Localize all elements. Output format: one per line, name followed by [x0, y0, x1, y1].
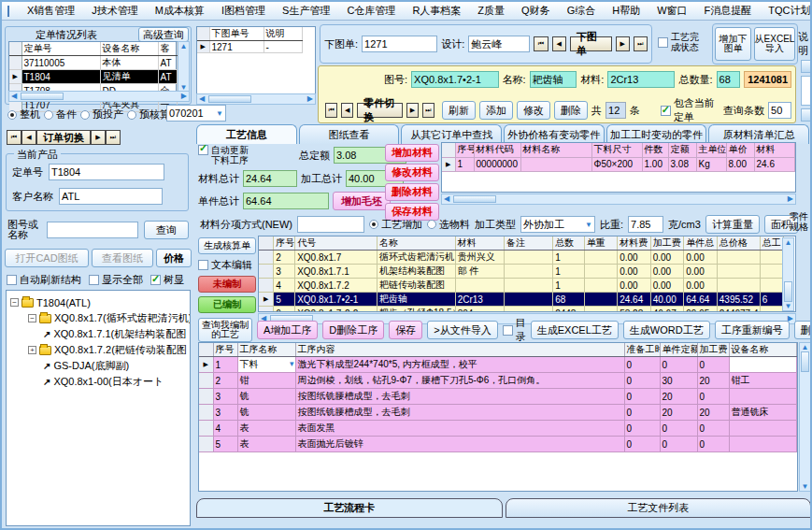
- price-button[interactable]: 价格: [156, 249, 192, 267]
- radio-craft-add[interactable]: 工艺增加: [369, 218, 422, 232]
- designer-input[interactable]: 鲍云峰: [468, 36, 530, 52]
- delete-button[interactable]: 删除: [554, 101, 588, 120]
- import-from-file-button[interactable]: >从文件导入: [427, 321, 497, 339]
- auto-update-cutting-checkbox[interactable]: 自动更新下料工序: [198, 145, 278, 165]
- tab[interactable]: 工艺信息: [196, 124, 297, 144]
- tree-item[interactable]: ↗ XQ0.8x1.7.1(机架结构装配图: [10, 326, 190, 342]
- delete-material-button[interactable]: 删除材料: [385, 183, 439, 201]
- table-row[interactable]: 2钳周边倒棱，划线，钻孔9-Φ7，腰槽下刀孔5-Φ6，孔口倒角。03020钳工: [199, 373, 797, 389]
- first-sheet-button[interactable]: ⏮: [534, 36, 548, 51]
- prev-part-button[interactable]: ◀: [341, 103, 353, 118]
- drawing-no-input[interactable]: [47, 222, 138, 238]
- menu-item[interactable]: H帮助: [604, 4, 648, 18]
- import-excel-button[interactable]: 从EXCEL导入: [754, 27, 795, 61]
- menu-item[interactable]: TQC计划: [760, 4, 812, 18]
- show-all-checkbox[interactable]: 显示全部: [89, 273, 143, 287]
- first-part-button[interactable]: ⏮: [325, 103, 337, 118]
- table-row[interactable]: 6XQ0.8x1.7•2-2耙齿（孔径Φ18.5）304244853.2846.…: [259, 307, 784, 313]
- next-order-button[interactable]: ▶: [91, 130, 106, 145]
- include-current-order-checkbox[interactable]: 包含当前定单: [661, 96, 719, 124]
- radio-select-material[interactable]: 选物料: [427, 218, 470, 232]
- sheet-no-input[interactable]: 1271: [362, 36, 437, 52]
- last-order-button[interactable]: ⏭: [106, 130, 121, 145]
- prev-order-button[interactable]: ◀: [21, 130, 36, 145]
- tree-item[interactable]: − XQ0.8x1.7(循环式齿耙清污机)[: [10, 310, 190, 326]
- text-edit-checkbox[interactable]: 文本编辑: [198, 258, 256, 272]
- delete-empty-operations-button[interactable]: 删除空工序: [794, 321, 812, 339]
- collapse-icon[interactable]: −: [28, 314, 36, 322]
- query-button[interactable]: 查询: [144, 221, 189, 239]
- tree-view-checkbox[interactable]: 树显: [150, 273, 184, 287]
- add-sheet-button[interactable]: 增加下图单: [715, 27, 751, 61]
- order-table-vertical-scrollbar[interactable]: ▲▼: [178, 41, 190, 93]
- last-sheet-button[interactable]: ⏭: [634, 36, 648, 51]
- tab[interactable]: 加工工时变动的零件: [606, 124, 707, 144]
- table-row[interactable]: ▶1271-: [197, 41, 302, 53]
- menu-item[interactable]: W窗口: [648, 4, 695, 18]
- table-row[interactable]: 5表表面抛光后镀锌000: [199, 437, 797, 452]
- generate-word-button[interactable]: 生成WORD工艺: [623, 321, 710, 339]
- menu-item[interactable]: X销售管理: [19, 4, 83, 18]
- material-field[interactable]: 2Cr13: [607, 71, 675, 88]
- menu-item[interactable]: I图档管理: [213, 4, 274, 18]
- table-row[interactable]: ▶100000000Φ50×2001.003.08Kg8.0024.6: [442, 157, 795, 171]
- menu-item[interactable]: M成本核算: [147, 4, 213, 18]
- menu-item[interactable]: C仓库管理: [338, 4, 404, 18]
- tab[interactable]: 原材料清单汇总: [708, 124, 809, 144]
- directory-checkbox[interactable]: 目录: [503, 316, 526, 344]
- calc-weight-button[interactable]: 计算重量: [705, 215, 760, 234]
- tab[interactable]: 图纸查看: [299, 124, 400, 144]
- first-order-button[interactable]: ⏮: [7, 130, 21, 145]
- save-button[interactable]: 保存: [389, 321, 422, 339]
- radio-spare-parts[interactable]: 备件: [44, 107, 77, 122]
- table-row[interactable]: 4XQ0.8x1.7.2耙链传动装配图10.000.000.00: [259, 279, 784, 293]
- table-row[interactable]: ▶T1804见清单AT: [9, 70, 177, 84]
- menu-item[interactable]: S生产管理: [274, 4, 338, 18]
- menu-item[interactable]: Q财务: [513, 4, 559, 18]
- auto-refresh-structure-checkbox[interactable]: 自动刷新结构: [7, 273, 81, 287]
- order-table-horizontal-scrollbar[interactable]: ◀▶: [8, 91, 190, 102]
- menu-item[interactable]: Z质量: [469, 4, 513, 18]
- table-row[interactable]: 4表表面发黑000: [199, 421, 797, 437]
- radio-whole-machine[interactable]: 整机: [7, 107, 40, 122]
- view-drawing-button[interactable]: 查看图纸: [92, 249, 153, 267]
- table-row[interactable]: 3铣按图纸铣腰槽成型，去毛刺0200: [199, 389, 797, 405]
- customer-field[interactable]: ATL: [59, 188, 163, 205]
- figure-no-field[interactable]: XQ0.8x1.7•2-1: [411, 71, 499, 88]
- tree-item[interactable]: ↗ GS-DJA(底脚副): [10, 358, 190, 374]
- table-row[interactable]: 2XQ0.8x1.7循环式齿耙清污机贵州兴义10.000.000.00: [259, 251, 784, 265]
- table-row[interactable]: 3铣按图纸铣腰槽成型，去毛刺02020普通铣床: [199, 405, 797, 421]
- delete-operation-button[interactable]: D删除工序: [322, 321, 384, 339]
- next-sheet-button[interactable]: ▶: [616, 36, 630, 51]
- radio-pre-costing[interactable]: 预核算: [127, 107, 170, 122]
- generate-excel-button[interactable]: 生成EXCEL工艺: [531, 321, 619, 339]
- order-code-combo[interactable]: 070201▼: [166, 105, 226, 122]
- menu-item[interactable]: F消息提醒: [696, 4, 761, 18]
- generate-costing-button[interactable]: 生成核算单: [198, 237, 256, 254]
- query-count-input[interactable]: 50: [768, 102, 791, 119]
- open-cad-button[interactable]: 打开CAD图纸: [5, 249, 89, 267]
- next-part-button[interactable]: ▶: [406, 103, 419, 118]
- compiled-button[interactable]: 已编制: [198, 296, 256, 313]
- menu-item[interactable]: G综合: [559, 4, 605, 18]
- craft-complete-checkbox[interactable]: 工艺完成状态: [658, 32, 699, 52]
- tree-item[interactable]: − T1804(ATL): [10, 294, 190, 310]
- process-table-vertical-scrollbar[interactable]: ▲▼: [799, 342, 811, 492]
- table-row[interactable]: 37110005本体AT: [9, 56, 177, 70]
- bottom-tab[interactable]: 工艺文件列表: [506, 498, 812, 518]
- renumber-operations-button[interactable]: 工序重新编号: [715, 321, 790, 339]
- tab[interactable]: 外协价格有变动零件: [504, 124, 605, 144]
- add-operation-button[interactable]: A增加工序: [257, 321, 318, 339]
- modify-material-button[interactable]: 修改材料: [385, 164, 439, 181]
- table-row[interactable]: ▶1下料激光下料成型244*740*5, 内方框成型，校平000: [199, 357, 797, 373]
- expand-icon[interactable]: +: [28, 346, 36, 354]
- last-part-button[interactable]: ⏭: [422, 103, 434, 118]
- process-type-combo[interactable]: 外协加工▼: [520, 216, 595, 233]
- material-table-horizontal-scrollbar[interactable]: ◀▶: [441, 193, 796, 205]
- unit-total-field[interactable]: 64.64: [243, 193, 329, 209]
- add-material-button[interactable]: 增加材料: [385, 144, 439, 162]
- table-row[interactable]: ▶5XQ0.8x1.7•2-1耙齿轴2Cr136824.6440.0064.64…: [259, 293, 784, 307]
- sheet-table-horizontal-scrollbar[interactable]: ◀▶: [196, 93, 316, 105]
- not-compiled-button[interactable]: 未编制: [198, 276, 256, 293]
- collapse-icon[interactable]: −: [10, 298, 19, 307]
